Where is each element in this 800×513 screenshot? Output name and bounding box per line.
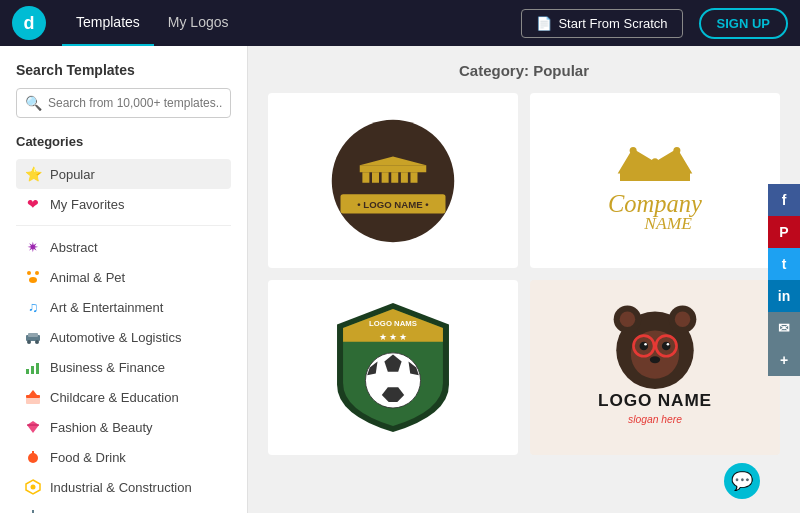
search-box: 🔍 (16, 88, 231, 118)
svg-text:NAME: NAME (643, 213, 692, 233)
header: d Templates My Logos 📄 Start From Scratc… (0, 0, 800, 46)
business-icon (24, 358, 42, 376)
category-item-childcare[interactable]: Childcare & Education (16, 382, 231, 412)
facebook-share-button[interactable]: f (768, 184, 800, 216)
svg-rect-29 (372, 172, 379, 183)
category-item-business[interactable]: Business & Finance (16, 352, 231, 382)
svg-rect-28 (362, 172, 369, 183)
category-item-popular[interactable]: ⭐ Popular (16, 159, 231, 189)
start-from-scratch-button[interactable]: 📄 Start From Scratch (521, 9, 682, 38)
svg-marker-13 (27, 421, 39, 433)
category-item-my-favorites[interactable]: ❤ My Favorites (16, 189, 231, 219)
search-templates-title: Search Templates (16, 62, 231, 78)
food-icon (24, 448, 42, 466)
svg-point-2 (29, 277, 37, 283)
svg-rect-16 (32, 451, 34, 455)
more-share-button[interactable]: + (768, 344, 800, 376)
svg-point-5 (27, 340, 31, 344)
star-icon: ⭐ (24, 165, 42, 183)
sidebar: Search Templates 🔍 Categories ⭐ Popular … (0, 46, 248, 513)
logo-card-2[interactable]: Company NAME (530, 93, 780, 268)
car-icon (24, 328, 42, 346)
svg-rect-7 (26, 369, 29, 374)
category-name: Popular (533, 62, 589, 79)
svg-rect-32 (401, 172, 408, 183)
main-layout: Search Templates 🔍 Categories ⭐ Popular … (0, 46, 800, 513)
content-area: Category: Popular • LOGO NAME • (248, 46, 800, 513)
svg-text:LOGO NAMS: LOGO NAMS (369, 319, 417, 328)
svg-text:slogan here: slogan here (628, 414, 682, 425)
svg-rect-31 (391, 172, 398, 183)
logo-grid: • LOGO NAME • (268, 93, 780, 455)
svg-text:• LOGO NAME •: • LOGO NAME • (357, 199, 429, 210)
sidebar-divider (16, 225, 231, 226)
logo-card-4[interactable]: LOGO NAME slogan here (530, 280, 780, 455)
svg-point-39 (652, 158, 659, 165)
category-item-animal-pet[interactable]: Animal & Pet (16, 262, 231, 292)
svg-point-0 (27, 271, 31, 275)
svg-marker-12 (29, 390, 37, 395)
svg-text:LOGO NAME: LOGO NAME (598, 390, 712, 410)
category-item-food-drink[interactable]: Food & Drink (16, 442, 231, 472)
category-item-art-entertainment[interactable]: ♫ Art & Entertainment (16, 292, 231, 322)
linkedin-share-button[interactable]: in (768, 280, 800, 312)
category-item-industrial[interactable]: Industrial & Construction (16, 472, 231, 502)
logo-card-3[interactable]: ★ ★ ★ LOGO NAMS (268, 280, 518, 455)
chat-bubble-button[interactable]: 💬 (724, 463, 760, 499)
svg-point-54 (675, 312, 691, 328)
svg-point-62 (667, 343, 670, 346)
svg-point-6 (35, 340, 39, 344)
svg-point-40 (673, 146, 680, 153)
pinterest-share-button[interactable]: P (768, 216, 800, 248)
file-icon: 📄 (536, 16, 552, 31)
signup-button[interactable]: SIGN UP (699, 8, 788, 39)
svg-point-60 (662, 342, 671, 351)
svg-rect-9 (36, 363, 39, 374)
svg-rect-34 (360, 165, 427, 172)
heart-icon: ❤ (24, 195, 42, 213)
categories-title: Categories (16, 134, 231, 149)
svg-rect-11 (26, 395, 40, 398)
education-icon (24, 388, 42, 406)
nav-tab-my-logos[interactable]: My Logos (154, 0, 243, 46)
abstract-icon: ✷ (24, 238, 42, 256)
category-item-fashion[interactable]: Fashion & Beauty (16, 412, 231, 442)
svg-point-61 (644, 343, 647, 346)
svg-point-53 (620, 312, 636, 328)
svg-rect-8 (31, 366, 34, 374)
category-heading: Category: Popular (268, 62, 780, 79)
svg-rect-33 (411, 172, 418, 183)
svg-rect-4 (28, 333, 38, 337)
svg-point-59 (640, 342, 649, 351)
svg-point-18 (31, 485, 36, 490)
svg-point-38 (630, 146, 637, 153)
nav-tab-templates[interactable]: Templates (62, 0, 154, 46)
svg-rect-30 (382, 172, 389, 183)
social-sidebar: f P t in ✉ + (768, 184, 800, 376)
svg-text:★ ★ ★: ★ ★ ★ (379, 332, 408, 342)
logo: d (12, 6, 46, 40)
svg-point-1 (35, 271, 39, 275)
category-item-legal[interactable]: Legal & Politics (16, 502, 231, 513)
logo-card-1[interactable]: • LOGO NAME • (268, 93, 518, 268)
diamond-icon (24, 418, 42, 436)
legal-icon (24, 508, 42, 513)
construction-icon (24, 478, 42, 496)
animal-icon (24, 268, 42, 286)
svg-point-63 (650, 356, 660, 363)
search-icon: 🔍 (25, 95, 42, 111)
category-item-abstract[interactable]: ✷ Abstract (16, 232, 231, 262)
twitter-share-button[interactable]: t (768, 248, 800, 280)
music-icon: ♫ (24, 298, 42, 316)
category-item-automotive[interactable]: Automotive & Logistics (16, 322, 231, 352)
search-input[interactable] (48, 96, 222, 110)
svg-marker-37 (620, 150, 690, 181)
main-nav: Templates My Logos (62, 0, 243, 46)
email-share-button[interactable]: ✉ (768, 312, 800, 344)
